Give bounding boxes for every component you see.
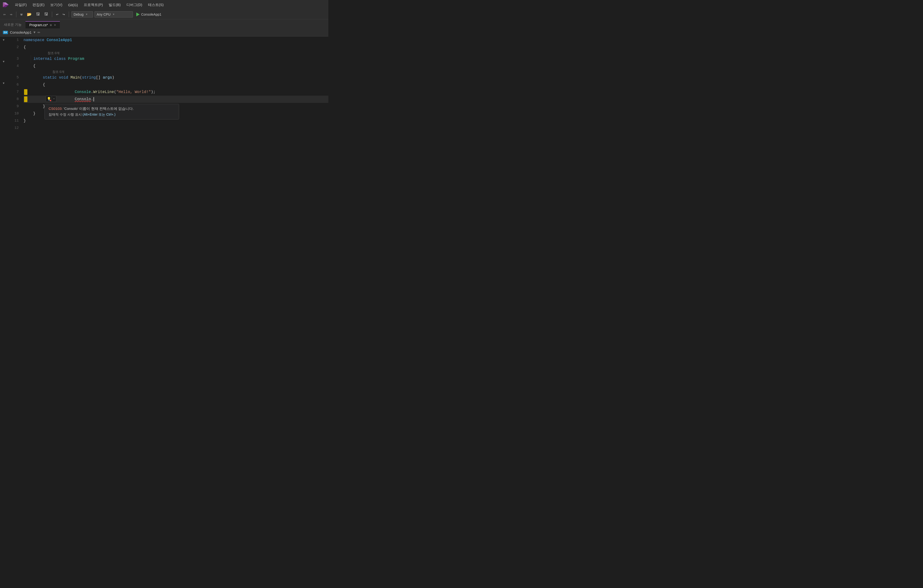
code-brace-5: } <box>33 110 36 117</box>
menu-git[interactable]: Git(G) <box>66 2 80 8</box>
cpu-target-label: Any CPU <box>97 13 110 16</box>
kw-class: class <box>54 55 66 62</box>
hint-reference-2: 참조 0개 <box>53 70 64 74</box>
run-button[interactable]: ConsoleApp1 <box>135 11 163 17</box>
toolbar: ⇦ ⇨ ⚒ 📂 🖫 🖫 ↩ ↪ Debug ▼ Any CPU ▼ Consol… <box>0 10 328 19</box>
save-button[interactable]: 🖫 <box>34 11 41 18</box>
line-numbers: 1 2 3 4 5 6 7 8 9 10 11 12 <box>7 36 21 181</box>
line-num-hint2 <box>10 70 19 74</box>
code-line-8: Consolo. <box>23 96 328 103</box>
tab-bar: 새로운 기능 Program.cs* ⊕ ✕ <box>0 19 328 28</box>
undo-button[interactable]: ↩ <box>54 11 60 18</box>
gutter-line-5[interactable]: ▼ <box>0 80 7 87</box>
error-message-line: CS0103: 'Consolo' 이름이 현재 컨텍스트에 없습니다. <box>49 107 175 111</box>
code-brace-1: { <box>23 44 26 51</box>
code-string-hello: "Hello, World!" <box>117 90 151 94</box>
run-triangle-icon <box>136 13 140 16</box>
error-hint-line: 잠재적 수정 사항 표시 (Alt+Enter 또는 Ctrl+.) <box>49 113 175 117</box>
kw-void: void <box>59 74 68 81</box>
toolbar-separator-1 <box>16 11 16 17</box>
line-num-8: 8 <box>10 96 19 103</box>
redo-button[interactable]: ↪ <box>61 11 67 18</box>
gutter-line-1[interactable]: ▼ <box>0 36 7 44</box>
code-line-5: static void Main(string[] args) <box>23 74 328 81</box>
fold-class-icon[interactable]: ▼ <box>3 60 4 64</box>
run-label: ConsoleApp1 <box>141 13 161 16</box>
menu-build[interactable]: 빌드(B) <box>106 2 123 8</box>
forward-button[interactable]: ⇨ <box>9 11 14 18</box>
breakpoint-marker-7[interactable] <box>24 89 27 95</box>
menu-debug[interactable]: 디버그(D) <box>124 2 145 8</box>
cpu-target-dropdown[interactable]: Any CPU ▼ <box>94 11 133 18</box>
debug-dropdown-arrow-icon: ▼ <box>85 13 88 16</box>
menu-edit[interactable]: 편집(E) <box>30 2 47 8</box>
open-button[interactable]: 📂 <box>25 11 33 18</box>
gutter-line-3[interactable]: ▼ <box>0 58 7 66</box>
tab-program-cs[interactable]: Program.cs* ⊕ ✕ <box>25 21 60 28</box>
breadcrumb-dropdown-icon[interactable]: ▼ <box>33 31 35 34</box>
lightbulb-error-dot <box>49 100 51 102</box>
gutter-line-hint1 <box>0 51 7 58</box>
lightbulb-icon[interactable]: 💡 <box>46 96 52 102</box>
code-line-2: { <box>23 44 328 51</box>
tab-new-features[interactable]: 새로운 기능 <box>0 21 25 28</box>
gutter-line-10 <box>0 116 7 123</box>
menu-view[interactable]: 보기(V) <box>48 2 65 8</box>
breadcrumb-pencil-icon[interactable]: ✏ <box>38 31 40 34</box>
menu-file[interactable]: 파일(F) <box>13 2 29 8</box>
menu-test[interactable]: 테스트(S) <box>146 2 166 8</box>
hint-reference-1: 참조 0개 <box>48 51 60 55</box>
vs-logo-icon <box>2 1 10 9</box>
line-num-2: 2 <box>10 44 19 51</box>
code-hint-1: 참조 0개 <box>23 51 328 55</box>
code-error-consolo: Consolo <box>75 97 91 102</box>
tab-pin-icon[interactable]: ⊕ <box>50 23 52 27</box>
code-brace-6: } <box>23 117 26 125</box>
code-hint-2: 참조 0개 <box>23 70 328 74</box>
kw-internal: internal <box>33 55 52 62</box>
code-line-12 <box>23 125 328 132</box>
menu-project[interactable]: 프로젝트(P) <box>81 2 105 8</box>
hint-text-prefix: 잠재적 수정 사항 표시 <box>49 113 82 117</box>
save-all-button[interactable]: 🖫 <box>43 11 49 18</box>
gutter-line-6 <box>0 87 7 94</box>
breadcrumb-bar: C# ConsoleApp1 ▼ ✏ <box>0 28 328 36</box>
line-num-4: 4 <box>10 62 19 70</box>
line-num-hint1 <box>10 51 19 55</box>
code-writeline: WriteLine <box>93 90 114 94</box>
kw-string-type: string <box>82 74 96 81</box>
fold-method-icon[interactable]: ▼ <box>3 82 4 85</box>
debug-config-dropdown[interactable]: Debug ▼ <box>71 11 93 18</box>
code-line-4: { <box>23 62 328 70</box>
lightbulb-widget[interactable]: 💡 ▾ <box>46 96 56 102</box>
tab-close-icon[interactable]: ✕ <box>54 23 56 27</box>
cursor-caret <box>94 97 94 102</box>
back-button[interactable]: ⇦ <box>2 11 7 18</box>
line-num-9: 9 <box>10 103 19 110</box>
code-method-name: Main <box>71 74 80 81</box>
code-brace-2: { <box>33 62 36 70</box>
code-paren-1: ( <box>80 74 82 81</box>
lightbulb-dropdown-arrow[interactable]: ▾ <box>52 96 56 102</box>
breadcrumb-project: ConsoleApp1 <box>10 30 31 34</box>
cs-file-icon: C# <box>3 31 8 34</box>
editor-area: ▼ ▼ ▼ 1 2 3 4 5 6 7 8 9 10 11 <box>0 36 328 181</box>
toolbar-separator-3 <box>69 11 69 17</box>
gutter-line-7 <box>0 94 7 102</box>
code-editor-content[interactable]: namespace ConsoleApp1 { 참조 0개 internal c… <box>21 36 328 181</box>
gutter-line-9 <box>0 108 7 116</box>
code-paren-2: ) <box>112 74 114 81</box>
fold-namespace-icon[interactable]: ▼ <box>3 38 4 42</box>
editor-gutter: ▼ ▼ ▼ <box>0 36 7 181</box>
gutter-line-4 <box>0 66 7 72</box>
line-num-12: 12 <box>10 125 19 132</box>
gutter-line-hint2 <box>0 72 7 80</box>
kw-static: static <box>43 74 57 81</box>
code-bracket-1: [] <box>96 74 100 81</box>
menu-bar: 파일(F) 편집(E) 보기(V) Git(G) 프로젝트(P) 빌드(B) 디… <box>0 0 328 10</box>
breakpoint-marker-8[interactable] <box>24 96 27 102</box>
line-num-7: 7 <box>10 89 19 96</box>
toolbar-separator-2 <box>52 11 52 17</box>
kw-namespace: namespace <box>23 36 44 44</box>
new-file-button[interactable]: ⚒ <box>19 11 24 18</box>
